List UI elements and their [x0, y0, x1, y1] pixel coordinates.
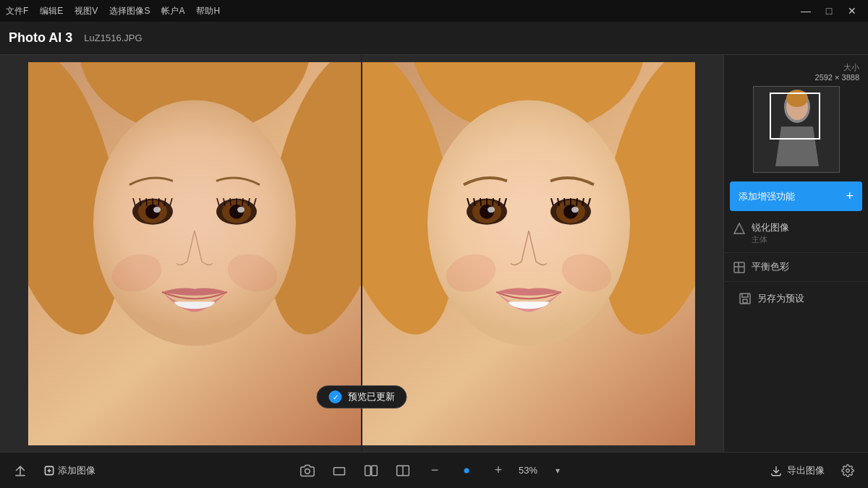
- menu-bar: // Will render via JS below 文件F 编辑E 视图V …: [6, 5, 220, 17]
- toast-notification: ✓ 预览已更新: [317, 385, 407, 408]
- size-value: 2592 × 3888: [733, 73, 859, 82]
- after-image: [362, 62, 695, 445]
- title-bar: // Will render via JS below 文件F 编辑E 视图V …: [0, 0, 868, 22]
- svg-point-18: [846, 468, 850, 472]
- split-view-button[interactable]: [359, 459, 383, 482]
- balance-color-icon: [733, 261, 746, 274]
- add-image-button[interactable]: 添加图像: [38, 461, 101, 480]
- balance-title: 平衡色彩: [752, 260, 789, 273]
- menu-select-image[interactable]: 选择图像S: [109, 5, 150, 17]
- svg-point-10: [305, 468, 310, 474]
- zoom-value: 53%: [519, 465, 537, 476]
- sharpen-title: 锐化图像: [752, 221, 789, 234]
- sharpen-icon: [733, 222, 746, 235]
- export-button[interactable]: 导出图像: [764, 461, 830, 480]
- compare-button[interactable]: [391, 459, 414, 482]
- menu-edit[interactable]: 编辑E: [40, 5, 63, 17]
- export-label: 导出图像: [787, 464, 825, 477]
- save-preset-icon: [739, 292, 752, 305]
- thumbnail-selection-box: [770, 93, 820, 140]
- svg-marker-0: [734, 223, 744, 234]
- zoom-dropdown-button[interactable]: ▾: [546, 459, 569, 482]
- bottom-center-tools: − + 53% ▾: [107, 459, 758, 482]
- minimize-button[interactable]: —: [796, 3, 816, 19]
- thumbnail-container: [724, 86, 868, 179]
- svg-rect-12: [365, 466, 371, 475]
- upload-button[interactable]: [9, 459, 32, 482]
- sharpen-text: 锐化图像 主体: [752, 221, 789, 245]
- zoom-out-button[interactable]: −: [423, 459, 446, 482]
- main-area: ✓ 预览已更新 大小 2592 × 3888 添加增强功能 +: [0, 55, 868, 452]
- balance-text: 平衡色彩: [752, 260, 789, 273]
- image-info: 大小 2592 × 3888: [724, 55, 868, 86]
- crop-button[interactable]: [328, 459, 351, 482]
- camera-button[interactable]: [296, 459, 319, 482]
- image-thumbnail[interactable]: [753, 86, 840, 173]
- add-enhance-label: 添加增强功能: [739, 190, 795, 203]
- app-title: Photo AI 3: [9, 30, 72, 46]
- svg-rect-5: [743, 299, 747, 303]
- canvas-area[interactable]: ✓ 预览已更新: [0, 55, 723, 452]
- file-name: LuZ1516.JPG: [84, 33, 142, 43]
- close-button[interactable]: ✕: [842, 3, 862, 19]
- header: Photo AI 3 LuZ1516.JPG: [0, 22, 868, 55]
- svg-rect-11: [333, 467, 344, 474]
- menu-help[interactable]: 帮助H: [196, 5, 220, 17]
- add-image-label: 添加图像: [58, 464, 95, 477]
- zoom-dot-button[interactable]: [455, 459, 478, 482]
- menu-account[interactable]: 帐户A: [161, 5, 184, 17]
- svg-rect-4: [740, 294, 750, 304]
- save-preset-action[interactable]: 另存为预设: [733, 288, 859, 309]
- svg-point-16: [464, 468, 469, 473]
- add-enhance-plus-icon: +: [846, 189, 854, 204]
- svg-rect-13: [372, 466, 378, 475]
- menu-file[interactable]: 文件F: [6, 5, 28, 17]
- toast-check-icon: ✓: [329, 390, 342, 403]
- sharpen-subtitle: 主体: [752, 234, 789, 245]
- bottom-left-tools: 添加图像: [9, 459, 101, 482]
- bottom-bar: 添加图像: [0, 452, 868, 488]
- balance-color-item[interactable]: 平衡色彩: [724, 253, 868, 282]
- before-image: [28, 62, 361, 445]
- window-controls: — □ ✕: [796, 3, 862, 19]
- bottom-right-tools: 导出图像: [764, 459, 859, 482]
- sharpen-image-item[interactable]: 锐化图像 主体: [724, 214, 868, 253]
- add-enhance-button[interactable]: 添加增强功能 +: [730, 181, 862, 211]
- right-panel: 大小 2592 × 3888 添加增强功能 + 锐化图像 主体: [723, 55, 868, 452]
- maximize-button[interactable]: □: [819, 3, 839, 19]
- svg-rect-1: [734, 262, 744, 273]
- settings-button[interactable]: [836, 459, 859, 482]
- toast-text: 预览已更新: [348, 390, 395, 403]
- zoom-in-button[interactable]: +: [487, 459, 510, 482]
- save-preset-label: 另存为预设: [757, 292, 804, 305]
- size-label: 大小: [733, 62, 859, 73]
- menu-view[interactable]: 视图V: [75, 5, 98, 17]
